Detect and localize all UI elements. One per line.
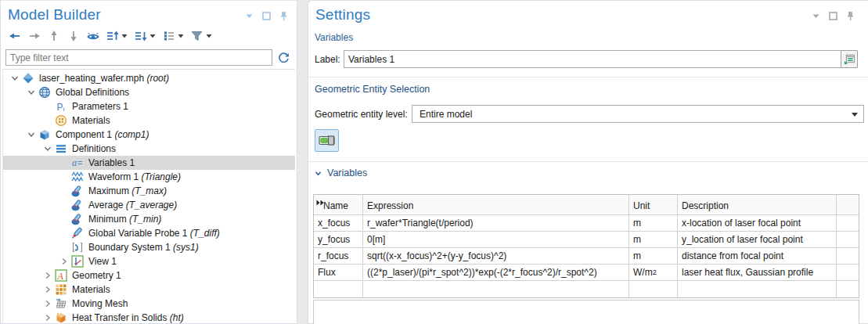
variable-name-cell[interactable]: x_focus	[314, 215, 363, 232]
chevron-down-icon[interactable]	[177, 29, 185, 44]
variable-unit-cell[interactable]: m	[629, 215, 678, 232]
tree-item-waveform-1[interactable]: Waveform 1 (Triangle)	[3, 170, 295, 184]
materials-comp-icon	[54, 283, 67, 296]
chevron-down-icon[interactable]	[205, 29, 213, 44]
empty-cell[interactable]	[678, 281, 837, 297]
tree-item-label: Component 1 (comp1)	[56, 129, 149, 140]
tree-item-variables-1[interactable]: a=Variables 1	[3, 156, 295, 170]
refresh-icon[interactable]	[275, 49, 292, 66]
filter-button[interactable]	[189, 29, 213, 44]
expand-chevron-down-icon[interactable]	[41, 142, 54, 155]
column-header-extra[interactable]	[837, 195, 859, 215]
label-input[interactable]	[344, 50, 846, 68]
expand-chevron-right-icon[interactable]	[41, 269, 54, 282]
panel-menu-icon[interactable]	[244, 11, 254, 21]
column-header-expression[interactable]: Expression	[363, 195, 629, 215]
expand-chevron-right-icon[interactable]	[57, 255, 70, 268]
variable-description-cell[interactable]: y_location of laser focal point	[678, 232, 837, 248]
tree-item-component-1[interactable]: Component 1 (comp1)	[3, 128, 295, 142]
variable-unit-cell[interactable]: m	[629, 248, 678, 265]
filter-input[interactable]	[5, 49, 272, 66]
pin-icon[interactable]	[845, 11, 855, 21]
active-selection-toggle-button[interactable]	[315, 129, 339, 152]
variable-expression-cell[interactable]: 0[m]	[363, 232, 629, 248]
expand-chevron-down-icon[interactable]	[8, 72, 21, 85]
tree-item-global-variable-probe-1[interactable]: Global Variable Probe 1 (T_diff)	[3, 226, 295, 240]
settings-breadcrumb[interactable]: Variables	[315, 32, 353, 43]
column-move-icon[interactable]	[316, 197, 325, 208]
twisty-spacer	[57, 171, 70, 183]
expand-chevron-down-icon[interactable]	[24, 128, 38, 141]
tree-item-boundary-system-1[interactable]: Boundary System 1 (sys1)	[3, 240, 295, 254]
empty-cell[interactable]	[837, 281, 859, 297]
expand-all-button[interactable]	[105, 29, 128, 44]
forward-button[interactable]	[27, 29, 41, 44]
variable-extra-cell[interactable]	[837, 248, 859, 265]
arrow-down-icon	[66, 29, 81, 44]
variable-extra-cell[interactable]	[837, 232, 859, 248]
column-header-unit[interactable]: Unit	[629, 195, 678, 215]
eye-icon	[85, 29, 100, 44]
variable-description-cell[interactable]: x-location of laser focal point	[678, 215, 837, 232]
tree-item-materials[interactable]: Materials	[3, 283, 295, 297]
tree-item-average[interactable]: Average (T_average)	[3, 198, 295, 212]
tree-item-materials[interactable]: Materials	[3, 113, 295, 128]
empty-cell[interactable]	[363, 281, 629, 297]
expand-chevron-down-icon[interactable]	[24, 86, 38, 99]
variable-description-cell[interactable]: distance from focal point	[678, 248, 837, 265]
variable-name-cell[interactable]: r_focus	[314, 248, 363, 265]
variable-unit-cell[interactable]: m	[629, 232, 678, 248]
back-button[interactable]	[7, 29, 22, 44]
variable-extra-cell[interactable]	[837, 215, 859, 232]
variable-expression-cell[interactable]: ((2*p_laser)/(pi*r_spot^2))*exp(-(2*r_fo…	[363, 265, 629, 281]
variable-row-empty[interactable]	[314, 281, 859, 297]
tree-item-parameters-1[interactable]: PiParameters 1	[3, 99, 295, 113]
variable-expression-cell[interactable]: sqrt((x-x_focus)^2+(y-y_focus)^2)	[363, 248, 629, 265]
variable-name-cell[interactable]: Flux	[314, 265, 363, 281]
variable-extra-cell[interactable]	[837, 265, 859, 281]
show-button[interactable]	[85, 29, 100, 44]
tree-item-view-1[interactable]: View 1	[3, 254, 295, 268]
chevron-down-icon[interactable]	[149, 29, 157, 44]
model-tree-node-text-button[interactable]	[161, 29, 185, 44]
variable-row-r-focus: r_focussqrt((x-x_focus)^2+(y-y_focus)^2)…	[314, 248, 859, 265]
tree-item-definitions[interactable]: Definitions	[3, 142, 295, 156]
column-header-description[interactable]: Description	[678, 195, 837, 215]
section-variables-header[interactable]: Variables	[315, 167, 367, 178]
float-window-icon[interactable]	[828, 11, 838, 21]
expand-chevron-right-icon[interactable]	[41, 283, 54, 296]
panel-menu-icon[interactable]	[811, 11, 821, 21]
svg-text:A: A	[56, 271, 63, 282]
column-header-name[interactable]: Name	[314, 195, 363, 215]
empty-cell[interactable]	[314, 281, 363, 297]
variable-name-cell[interactable]: y_focus	[314, 232, 363, 248]
view-icon	[70, 255, 84, 268]
float-window-icon[interactable]	[261, 11, 272, 21]
variables-table-empty-area[interactable]	[313, 300, 859, 324]
tree-item-maximum[interactable]: Maximum (T_max)	[3, 184, 295, 198]
tree-item-heat-transfer-in-solids[interactable]: Heat Transfer in Solids (ht)	[3, 311, 295, 323]
tree-item-global-definitions[interactable]: Global Definitions	[3, 85, 295, 99]
rename-button[interactable]	[841, 50, 858, 68]
tree-item-laser-heating-wafer-mph[interactable]: laser_heating_wafer.mph (root)	[3, 71, 295, 85]
waveform-icon	[70, 171, 84, 183]
variable-unit-cell[interactable]: W/m2	[629, 265, 678, 281]
chevron-down-icon[interactable]	[121, 29, 128, 44]
pin-icon[interactable]	[279, 11, 289, 21]
tree-item-minimum[interactable]: Minimum (T_min)	[3, 212, 295, 226]
geometric-entity-level-dropdown[interactable]: Entire model	[412, 105, 864, 123]
expand-chevron-right-icon[interactable]	[41, 311, 54, 323]
move-up-button[interactable]	[46, 29, 61, 44]
tree-item-geometry-1[interactable]: AGeometry 1	[3, 268, 295, 283]
variable-expression-cell[interactable]: r_wafer*Triangle(t/period)	[363, 215, 629, 232]
empty-cell[interactable]	[629, 281, 678, 297]
twisty-spacer	[41, 114, 54, 127]
column-header-label: Expression	[367, 200, 413, 211]
tree-item-moving-mesh[interactable]: Moving Mesh	[3, 297, 295, 311]
collapse-all-button[interactable]	[133, 29, 157, 44]
twisty-spacer	[57, 185, 70, 197]
expand-chevron-right-icon[interactable]	[41, 297, 54, 310]
move-down-button[interactable]	[66, 29, 81, 44]
toggle-on-icon	[319, 135, 335, 146]
variable-description-cell[interactable]: laser heat flux, Gaussian profile	[678, 265, 837, 281]
